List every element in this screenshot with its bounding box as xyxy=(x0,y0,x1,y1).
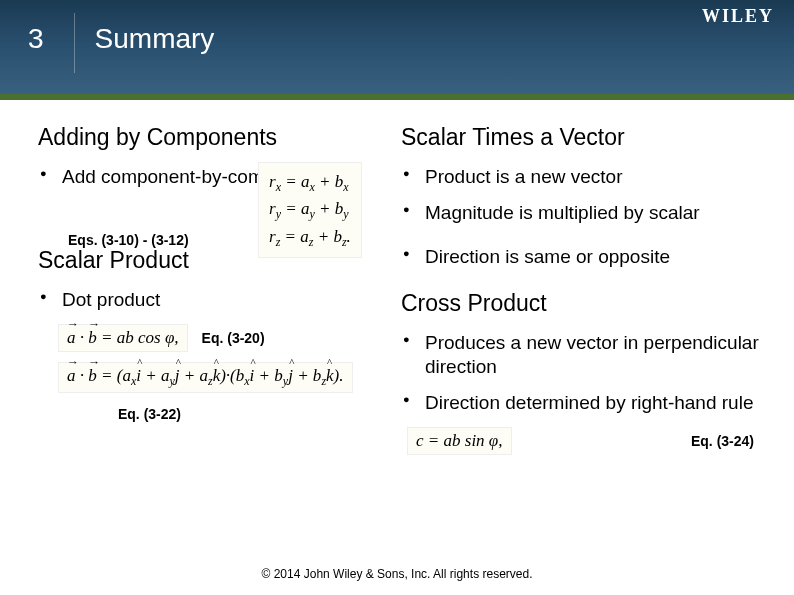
eq-label-3-20: Eq. (3-20) xyxy=(202,330,265,346)
section-scalar-product: Scalar Product Dot product a · b = ab co… xyxy=(38,247,401,423)
header-divider xyxy=(74,13,75,73)
formula-dot-expand: a · b = (axi + ayj + azk)·(bxi + byj + b… xyxy=(58,362,353,393)
bullet-dot-product: Dot product xyxy=(38,288,401,312)
content-area: Adding by Components Add component-by-co… xyxy=(0,100,794,455)
slide-header: 3 Summary WILEY xyxy=(0,0,794,100)
eq-label-3-24: Eq. (3-24) xyxy=(691,433,754,449)
eq-label-3-22: Eq. (3-22) xyxy=(118,406,181,422)
bullet-right-hand-rule: Direction determined by right-hand rule xyxy=(401,391,764,415)
bullet-product-new-vector: Product is a new vector xyxy=(401,165,764,189)
section-title-adding: Adding by Components xyxy=(38,124,401,151)
section-scalar-times: Scalar Times a Vector Product is a new v… xyxy=(401,124,764,268)
formula-rx-ry-rz: rx = ax + bx ry = ay + by rz = az + bz. xyxy=(258,162,362,258)
right-column: Scalar Times a Vector Product is a new v… xyxy=(401,118,764,455)
copyright-footer: © 2014 John Wiley & Sons, Inc. All right… xyxy=(0,567,794,581)
section-title-scalar-times: Scalar Times a Vector xyxy=(401,124,764,151)
eq-label-3-10-12: Eqs. (3-10) - (3-12) xyxy=(68,232,189,248)
slide-title: Summary xyxy=(95,23,215,55)
section-adding: Adding by Components Add component-by-co… xyxy=(38,124,401,189)
bullet-perpendicular: Produces a new vector in perpendicular d… xyxy=(401,331,764,379)
formula-cross-sin: c = ab sin φ, xyxy=(407,427,512,455)
bullet-direction-same-opposite: Direction is same or opposite xyxy=(401,245,764,269)
left-column: Adding by Components Add component-by-co… xyxy=(38,118,401,455)
bullet-magnitude-multiplied: Magnitude is multiplied by scalar xyxy=(401,201,764,225)
formula-dot-cos: a · b = ab cos φ, xyxy=(58,324,188,352)
section-cross-product: Cross Product Produces a new vector in p… xyxy=(401,290,764,454)
brand-logo: WILEY xyxy=(702,6,774,27)
section-title-cross-product: Cross Product xyxy=(401,290,764,317)
slide-number: 3 xyxy=(28,23,44,55)
